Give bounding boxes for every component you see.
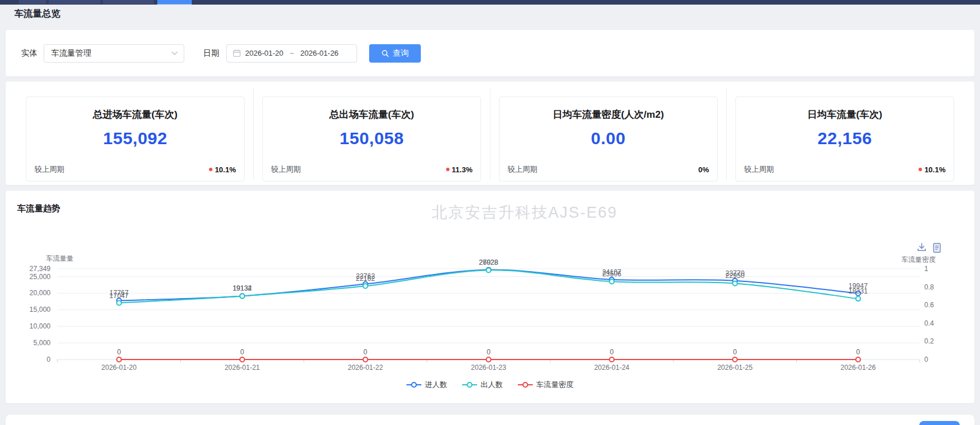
svg-text:2026-01-25: 2026-01-25 <box>717 364 753 372</box>
stat-title: 总出场车流量(车次) <box>263 108 481 121</box>
svg-text:0: 0 <box>856 348 860 356</box>
compare-label: 较上周期 <box>34 164 64 175</box>
entity-label: 实体 <box>21 48 37 59</box>
stat-card-daily-average: 日均车流量(车次) 22,156 较上周期 10.1% <box>735 96 954 181</box>
svg-text:0.4: 0.4 <box>924 319 934 327</box>
compare-label: 较上周期 <box>271 164 301 175</box>
legend-marker <box>518 381 533 388</box>
tab-1[interactable] <box>19 0 46 4</box>
svg-text:20,000: 20,000 <box>29 289 51 297</box>
traffic-trend-section: 车流量趋势 北京安吉升科技AJS-E69 27,34925,00020,0001… <box>6 191 974 403</box>
legend-item-exit[interactable]: 出人数 <box>462 380 503 390</box>
stat-card-total-entry: 总进场车流量(车次) 155,092 较上周期 10.1% <box>26 96 245 181</box>
date-separator: ~ <box>290 49 295 57</box>
entity-select-value: 车流量管理 <box>51 48 91 59</box>
svg-text:2026-01-26: 2026-01-26 <box>840 364 876 372</box>
compare-label: 较上周期 <box>744 164 774 175</box>
legend-item-density[interactable]: 车流量密度 <box>518 380 574 390</box>
svg-text:26928: 26928 <box>479 258 498 266</box>
stats-overview: 总进场车流量(车次) 155,092 较上周期 10.1% 总出场车流量(车次)… <box>6 82 974 185</box>
change-value: 10.1% <box>919 165 946 174</box>
date-label: 日期 <box>203 48 219 59</box>
stat-value: 150,058 <box>263 129 481 148</box>
date-start: 2026-01-20 <box>245 49 284 57</box>
svg-text:25,000: 25,000 <box>29 273 51 281</box>
svg-text:0.2: 0.2 <box>924 337 934 345</box>
svg-text:0.8: 0.8 <box>924 283 934 291</box>
stat-card-total-exit: 总出场车流量(车次) 150,058 较上周期 11.3% <box>262 96 481 181</box>
svg-text:22950: 22950 <box>725 272 745 280</box>
calendar-icon <box>233 49 241 57</box>
document-icon[interactable] <box>932 242 942 256</box>
svg-text:27,349: 27,349 <box>29 265 51 273</box>
svg-text:2026-01-24: 2026-01-24 <box>594 364 630 372</box>
change-value: 11.3% <box>446 165 472 174</box>
section-title: 车流量趋势 <box>17 203 60 214</box>
svg-text:2026-01-21: 2026-01-21 <box>224 364 260 372</box>
tab-2[interactable] <box>49 0 100 4</box>
svg-text:0: 0 <box>610 348 614 356</box>
svg-text:0: 0 <box>924 356 928 364</box>
search-icon <box>381 49 389 57</box>
svg-text:车流量密度: 车流量密度 <box>901 256 936 264</box>
status-dot <box>919 168 922 171</box>
search-button-label: 查询 <box>393 48 409 59</box>
svg-text:18331: 18331 <box>849 287 868 295</box>
stat-card-daily-density: 日均车流量密度(人次/m2) 0.00 较上周期 0% <box>499 96 718 181</box>
next-section-partial <box>6 415 974 425</box>
traffic-trend-chart[interactable]: 27,34925,00020,00015,00010,0005,000010.8… <box>6 191 974 403</box>
svg-text:2026-01-22: 2026-01-22 <box>348 364 384 372</box>
legend-marker <box>406 381 421 388</box>
svg-text:17047: 17047 <box>110 292 129 300</box>
svg-text:22162: 22162 <box>356 275 375 283</box>
svg-text:5,000: 5,000 <box>33 339 51 347</box>
svg-text:0: 0 <box>363 348 367 356</box>
status-dot <box>209 168 212 171</box>
legend-marker <box>462 381 477 388</box>
stat-title: 日均车流量密度(人次/m2) <box>499 108 717 121</box>
svg-text:0: 0 <box>117 348 121 356</box>
top-navigation-bar <box>0 0 980 5</box>
svg-text:0.6: 0.6 <box>924 301 934 309</box>
svg-text:10,000: 10,000 <box>29 322 51 330</box>
tab-3[interactable] <box>103 0 154 4</box>
stat-value: 0.00 <box>499 129 717 148</box>
partial-blue-button[interactable] <box>919 421 960 425</box>
status-dot <box>446 168 450 171</box>
entity-select[interactable]: 车流量管理 <box>44 44 184 63</box>
stat-value: 22,156 <box>736 129 954 148</box>
tab-4-active[interactable] <box>157 0 192 5</box>
svg-text:0: 0 <box>241 348 245 356</box>
date-range-input[interactable]: 2026-01-20 ~ 2026-01-26 <box>226 44 357 63</box>
stat-value: 155,092 <box>26 129 244 148</box>
date-end: 2026-01-26 <box>300 49 339 57</box>
svg-text:0: 0 <box>733 348 737 356</box>
search-button[interactable]: 查询 <box>369 44 421 63</box>
svg-text:0: 0 <box>487 348 491 356</box>
chart-legend: 进人数 出人数 车流量密度 <box>6 380 974 390</box>
svg-text:1: 1 <box>924 265 928 273</box>
compare-label: 较上周期 <box>508 164 537 175</box>
svg-text:2026-01-20: 2026-01-20 <box>102 364 137 372</box>
svg-text:23506: 23506 <box>602 270 622 278</box>
svg-text:0: 0 <box>47 356 51 364</box>
filter-panel: 实体 车流量管理 日期 2026-01-20 ~ 2026-01-26 查询 <box>6 30 974 76</box>
legend-item-entry[interactable]: 进人数 <box>406 380 447 390</box>
stat-title: 总进场车流量(车次) <box>26 108 244 121</box>
change-value: 10.1% <box>209 165 236 174</box>
chevron-down-icon <box>171 51 178 56</box>
svg-text:15,000: 15,000 <box>29 306 51 314</box>
download-icon[interactable] <box>916 242 927 256</box>
page-title: 车流量总览 <box>14 8 60 20</box>
svg-text:车流量量: 车流量量 <box>46 254 73 262</box>
change-value: 0% <box>698 165 709 174</box>
stat-title: 日均车流量(车次) <box>736 108 954 121</box>
svg-text:19134: 19134 <box>233 284 252 292</box>
svg-text:2026-01-23: 2026-01-23 <box>471 364 506 372</box>
